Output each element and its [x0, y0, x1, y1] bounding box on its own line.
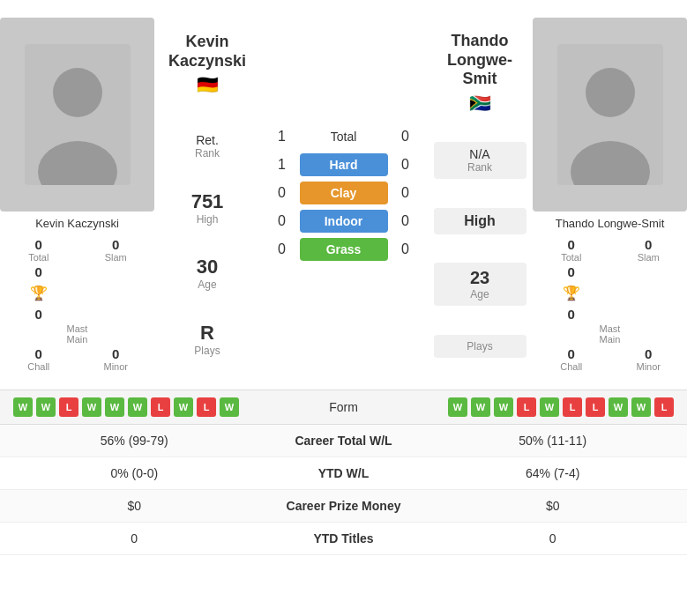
player1-slam-val: 0: [112, 237, 119, 252]
stats-left-2: $0: [13, 499, 256, 513]
form-section: WWLWWWLWLW Form WWWLWLLWWL: [0, 390, 687, 425]
form-badge-w: W: [471, 397, 490, 417]
form-badge-w: W: [105, 397, 124, 417]
player1-photo: [0, 18, 154, 212]
player2-plays: Plays: [434, 335, 526, 358]
player1-main-label: Main: [67, 334, 88, 345]
stats-center-1: YTD W/L: [256, 466, 432, 480]
surface-section: 1 Total 0 1 Hard 0 0 Clay 0 0 Indoor 0 0…: [260, 9, 427, 381]
player2-middle-stats: ThandoLongwe-Smit 🇿🇦 N/A Rank High 23 Ag…: [427, 9, 533, 381]
stats-right-1: 64% (7-4): [432, 466, 675, 480]
player2-mast-label: Mast: [600, 323, 621, 334]
player1-name-main: KevinKaczynski: [168, 33, 246, 71]
form-badge-w: W: [82, 397, 101, 417]
p1-indoor: 0: [273, 213, 291, 229]
form-badge-w: W: [609, 397, 628, 417]
p1-hard: 1: [273, 157, 291, 173]
form-badge-l: L: [197, 397, 216, 417]
player1-chall-val: 0: [35, 346, 42, 361]
form-badge-w: W: [494, 397, 513, 417]
trophy-icon-left: 🏆: [30, 285, 48, 301]
player2-age: 23 Age: [434, 263, 526, 306]
player1-name: Kevin Kaczynski: [35, 217, 119, 230]
p2-clay: 0: [397, 185, 414, 201]
form-badge-l: L: [654, 397, 674, 417]
stats-center-0: Career Total W/L: [256, 434, 432, 448]
p2-grass: 0: [397, 241, 414, 257]
clay-row: 0 Clay 0: [265, 182, 422, 204]
form-badge-l: L: [151, 397, 170, 417]
form-badge-w: W: [13, 397, 33, 417]
player1-high: 751 High: [191, 190, 224, 226]
player2-photo: [533, 18, 687, 212]
form-badge-l: L: [563, 397, 582, 417]
player1-minor-val: 0: [112, 346, 119, 361]
svg-point-4: [586, 68, 635, 117]
player1-total-label: Total: [28, 252, 49, 263]
player2-total-label: Total: [561, 252, 581, 263]
player2-name: Thando Longwe-Smit: [556, 217, 665, 230]
player1-flag: 🇩🇪: [168, 74, 246, 95]
form-badge-w: W: [128, 397, 147, 417]
p2-total: 0: [397, 129, 414, 145]
player2-name-main: ThandoLongwe-Smit: [431, 32, 528, 89]
svg-point-1: [53, 68, 102, 117]
stats-row: 0% (0-0) YTD W/L 64% (7-4): [0, 457, 687, 490]
player2-chall-label: Chall: [560, 361, 582, 372]
stats-row: $0 Career Prize Money $0: [0, 490, 687, 523]
hard-row: 1 Hard 0: [265, 153, 422, 176]
p2-indoor: 0: [397, 213, 414, 229]
player2-slam-val: 0: [645, 237, 652, 252]
form-badge-l: L: [59, 397, 78, 417]
stats-left-0: 56% (99-79): [13, 434, 256, 448]
form-badge-w: W: [220, 397, 239, 417]
total-row: 1 Total 0: [265, 129, 422, 145]
stats-table: 56% (99-79) Career Total W/L 50% (11-11)…: [0, 425, 687, 555]
form-badge-w: W: [36, 397, 56, 417]
total-label: Total: [300, 130, 388, 144]
stats-center-2: Career Prize Money: [256, 499, 432, 513]
grass-btn: Grass: [300, 238, 388, 261]
stats-left-1: 0% (0-0): [13, 466, 256, 480]
p2-hard: 0: [397, 157, 414, 173]
form-badge-l: L: [517, 397, 536, 417]
stats-right-2: $0: [432, 499, 675, 513]
player1-age: 30 Age: [197, 256, 218, 291]
stats-right-3: 0: [432, 531, 675, 545]
form-label: Form: [291, 400, 397, 414]
trophy-icon-right: 🏆: [563, 285, 580, 301]
p1-total: 1: [273, 129, 291, 145]
indoor-row: 0 Indoor 0: [265, 210, 422, 233]
p1-grass: 0: [273, 241, 291, 257]
player2-main-val: 0: [568, 307, 575, 322]
player2-mast-val: 0: [568, 264, 575, 279]
player2-chall-val: 0: [568, 346, 575, 361]
player1-plays: R Plays: [194, 322, 220, 357]
player1-mast-label: Mast: [67, 323, 88, 334]
player2-high: High: [434, 208, 526, 234]
form-badge-l: L: [586, 397, 605, 417]
player2-flag: 🇿🇦: [431, 93, 528, 114]
player1-form-badges: WWLWWWLWLW: [13, 397, 282, 417]
player2-slam-label: Slam: [638, 252, 660, 263]
stats-row: 56% (99-79) Career Total W/L 50% (11-11): [0, 425, 687, 457]
player1-chall-label: Chall: [27, 361, 49, 372]
player1-main-val: 0: [35, 307, 42, 322]
form-badge-w: W: [540, 397, 559, 417]
stats-right-0: 50% (11-11): [432, 434, 675, 448]
player1-total-val: 0: [35, 237, 42, 252]
stats-center-3: YTD Titles: [256, 531, 432, 545]
form-badge-w: W: [448, 397, 467, 417]
stats-left-3: 0: [13, 531, 256, 545]
stats-row: 0 YTD Titles 0: [0, 523, 687, 555]
form-badge-w: W: [631, 397, 651, 417]
player2-main-label: Main: [600, 334, 621, 345]
player1-middle-stats: KevinKaczynski 🇩🇪 Ret. Rank 751 High 30 …: [154, 9, 260, 381]
form-badge-w: W: [174, 397, 193, 417]
player2-rank-block: N/A Rank: [434, 142, 526, 179]
player1-mast-val: 0: [35, 264, 42, 279]
hard-btn: Hard: [300, 153, 388, 176]
indoor-btn: Indoor: [300, 210, 388, 233]
player2-minor-val: 0: [645, 346, 652, 361]
player1-minor-label: Minor: [103, 361, 128, 372]
